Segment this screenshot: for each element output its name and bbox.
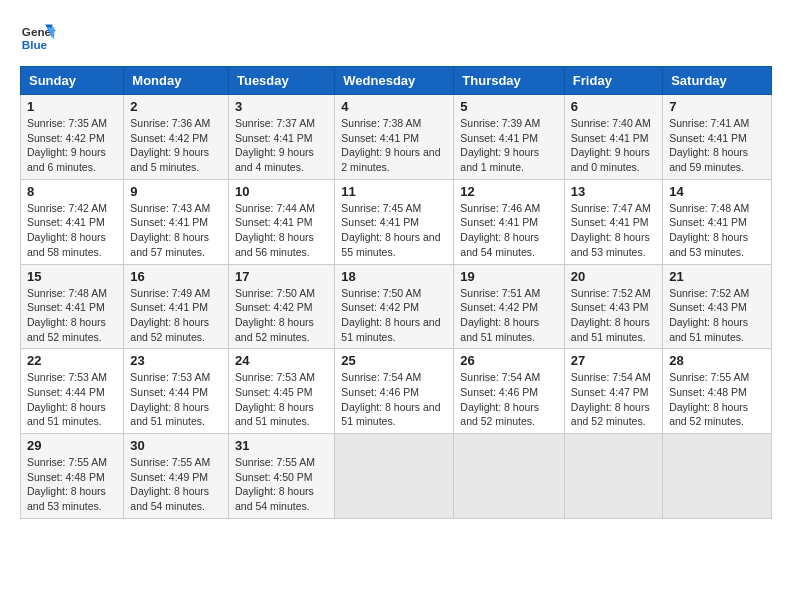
calendar-cell: 12Sunrise: 7:46 AMSunset: 4:41 PMDayligh… [454,179,565,264]
day-info: Sunrise: 7:55 AMSunset: 4:48 PMDaylight:… [669,370,765,429]
calendar-cell [663,434,772,519]
calendar-cell: 14Sunrise: 7:48 AMSunset: 4:41 PMDayligh… [663,179,772,264]
day-number: 21 [669,269,765,284]
day-info: Sunrise: 7:43 AMSunset: 4:41 PMDaylight:… [130,201,222,260]
calendar-cell: 23Sunrise: 7:53 AMSunset: 4:44 PMDayligh… [124,349,229,434]
calendar-cell: 24Sunrise: 7:53 AMSunset: 4:45 PMDayligh… [228,349,334,434]
calendar-cell [454,434,565,519]
calendar-week-3: 15Sunrise: 7:48 AMSunset: 4:41 PMDayligh… [21,264,772,349]
calendar-cell: 13Sunrise: 7:47 AMSunset: 4:41 PMDayligh… [564,179,662,264]
calendar-cell: 19Sunrise: 7:51 AMSunset: 4:42 PMDayligh… [454,264,565,349]
day-info: Sunrise: 7:36 AMSunset: 4:42 PMDaylight:… [130,116,222,175]
day-number: 5 [460,99,558,114]
day-number: 31 [235,438,328,453]
calendar-cell: 25Sunrise: 7:54 AMSunset: 4:46 PMDayligh… [335,349,454,434]
day-info: Sunrise: 7:52 AMSunset: 4:43 PMDaylight:… [669,286,765,345]
day-number: 25 [341,353,447,368]
day-info: Sunrise: 7:53 AMSunset: 4:45 PMDaylight:… [235,370,328,429]
day-number: 14 [669,184,765,199]
day-number: 12 [460,184,558,199]
calendar-cell: 30Sunrise: 7:55 AMSunset: 4:49 PMDayligh… [124,434,229,519]
day-number: 11 [341,184,447,199]
calendar-cell: 11Sunrise: 7:45 AMSunset: 4:41 PMDayligh… [335,179,454,264]
day-number: 3 [235,99,328,114]
day-number: 2 [130,99,222,114]
day-info: Sunrise: 7:35 AMSunset: 4:42 PMDaylight:… [27,116,117,175]
calendar-cell: 20Sunrise: 7:52 AMSunset: 4:43 PMDayligh… [564,264,662,349]
day-number: 15 [27,269,117,284]
day-info: Sunrise: 7:48 AMSunset: 4:41 PMDaylight:… [669,201,765,260]
logo: General Blue [20,20,56,56]
calendar-cell: 21Sunrise: 7:52 AMSunset: 4:43 PMDayligh… [663,264,772,349]
calendar-cell: 5Sunrise: 7:39 AMSunset: 4:41 PMDaylight… [454,95,565,180]
day-info: Sunrise: 7:51 AMSunset: 4:42 PMDaylight:… [460,286,558,345]
day-number: 20 [571,269,656,284]
calendar-cell: 10Sunrise: 7:44 AMSunset: 4:41 PMDayligh… [228,179,334,264]
day-number: 8 [27,184,117,199]
day-number: 4 [341,99,447,114]
calendar-cell: 31Sunrise: 7:55 AMSunset: 4:50 PMDayligh… [228,434,334,519]
day-info: Sunrise: 7:55 AMSunset: 4:49 PMDaylight:… [130,455,222,514]
weekday-header-sunday: Sunday [21,67,124,95]
weekday-header-thursday: Thursday [454,67,565,95]
day-number: 26 [460,353,558,368]
day-number: 16 [130,269,222,284]
day-info: Sunrise: 7:39 AMSunset: 4:41 PMDaylight:… [460,116,558,175]
day-number: 22 [27,353,117,368]
calendar-table: SundayMondayTuesdayWednesdayThursdayFrid… [20,66,772,519]
day-info: Sunrise: 7:48 AMSunset: 4:41 PMDaylight:… [27,286,117,345]
day-info: Sunrise: 7:37 AMSunset: 4:41 PMDaylight:… [235,116,328,175]
calendar-cell: 15Sunrise: 7:48 AMSunset: 4:41 PMDayligh… [21,264,124,349]
weekday-header-tuesday: Tuesday [228,67,334,95]
day-number: 19 [460,269,558,284]
day-info: Sunrise: 7:41 AMSunset: 4:41 PMDaylight:… [669,116,765,175]
calendar-cell: 9Sunrise: 7:43 AMSunset: 4:41 PMDaylight… [124,179,229,264]
day-info: Sunrise: 7:53 AMSunset: 4:44 PMDaylight:… [27,370,117,429]
day-number: 28 [669,353,765,368]
calendar-cell: 17Sunrise: 7:50 AMSunset: 4:42 PMDayligh… [228,264,334,349]
calendar-cell: 4Sunrise: 7:38 AMSunset: 4:41 PMDaylight… [335,95,454,180]
day-info: Sunrise: 7:50 AMSunset: 4:42 PMDaylight:… [235,286,328,345]
calendar-week-1: 1Sunrise: 7:35 AMSunset: 4:42 PMDaylight… [21,95,772,180]
day-number: 17 [235,269,328,284]
day-info: Sunrise: 7:54 AMSunset: 4:46 PMDaylight:… [341,370,447,429]
day-info: Sunrise: 7:54 AMSunset: 4:47 PMDaylight:… [571,370,656,429]
weekday-header-saturday: Saturday [663,67,772,95]
day-number: 24 [235,353,328,368]
day-number: 9 [130,184,222,199]
calendar-cell: 3Sunrise: 7:37 AMSunset: 4:41 PMDaylight… [228,95,334,180]
day-info: Sunrise: 7:53 AMSunset: 4:44 PMDaylight:… [130,370,222,429]
calendar-cell: 27Sunrise: 7:54 AMSunset: 4:47 PMDayligh… [564,349,662,434]
day-info: Sunrise: 7:40 AMSunset: 4:41 PMDaylight:… [571,116,656,175]
calendar-cell: 2Sunrise: 7:36 AMSunset: 4:42 PMDaylight… [124,95,229,180]
calendar-cell: 1Sunrise: 7:35 AMSunset: 4:42 PMDaylight… [21,95,124,180]
page-container: General Blue SundayMondayTuesdayWednesda… [20,20,772,519]
day-info: Sunrise: 7:38 AMSunset: 4:41 PMDaylight:… [341,116,447,175]
calendar-cell: 6Sunrise: 7:40 AMSunset: 4:41 PMDaylight… [564,95,662,180]
calendar-week-5: 29Sunrise: 7:55 AMSunset: 4:48 PMDayligh… [21,434,772,519]
calendar-cell: 22Sunrise: 7:53 AMSunset: 4:44 PMDayligh… [21,349,124,434]
calendar-cell: 7Sunrise: 7:41 AMSunset: 4:41 PMDaylight… [663,95,772,180]
day-info: Sunrise: 7:42 AMSunset: 4:41 PMDaylight:… [27,201,117,260]
calendar-cell: 16Sunrise: 7:49 AMSunset: 4:41 PMDayligh… [124,264,229,349]
logo-icon: General Blue [20,20,56,56]
day-number: 23 [130,353,222,368]
day-info: Sunrise: 7:55 AMSunset: 4:48 PMDaylight:… [27,455,117,514]
day-number: 10 [235,184,328,199]
day-info: Sunrise: 7:45 AMSunset: 4:41 PMDaylight:… [341,201,447,260]
calendar-week-4: 22Sunrise: 7:53 AMSunset: 4:44 PMDayligh… [21,349,772,434]
calendar-cell: 8Sunrise: 7:42 AMSunset: 4:41 PMDaylight… [21,179,124,264]
calendar-week-2: 8Sunrise: 7:42 AMSunset: 4:41 PMDaylight… [21,179,772,264]
day-info: Sunrise: 7:44 AMSunset: 4:41 PMDaylight:… [235,201,328,260]
day-info: Sunrise: 7:49 AMSunset: 4:41 PMDaylight:… [130,286,222,345]
calendar-cell: 29Sunrise: 7:55 AMSunset: 4:48 PMDayligh… [21,434,124,519]
day-number: 30 [130,438,222,453]
day-number: 7 [669,99,765,114]
calendar-cell [335,434,454,519]
day-info: Sunrise: 7:47 AMSunset: 4:41 PMDaylight:… [571,201,656,260]
calendar-body: 1Sunrise: 7:35 AMSunset: 4:42 PMDaylight… [21,95,772,519]
day-number: 6 [571,99,656,114]
weekday-header-friday: Friday [564,67,662,95]
day-info: Sunrise: 7:55 AMSunset: 4:50 PMDaylight:… [235,455,328,514]
svg-text:Blue: Blue [22,38,48,51]
